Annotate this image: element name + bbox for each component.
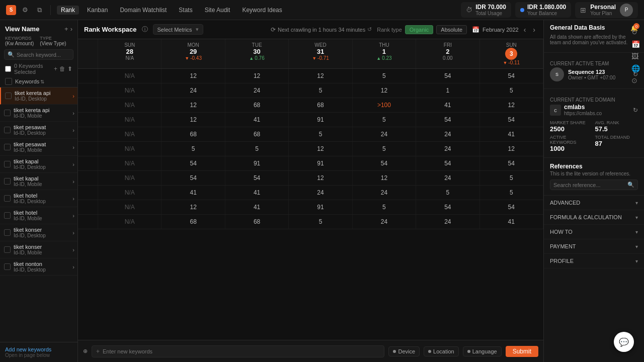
table-cell: N/A — [98, 127, 162, 141]
kw-item-tiket-hotel-desktop[interactable]: tiket hotel Id-ID, Desktop › — [0, 190, 77, 207]
keyword-search-input[interactable] — [17, 52, 70, 58]
kw-item-tiket-kapal-mobile[interactable]: tiket kapal Id-ID, Mobile › — [0, 173, 77, 190]
crawl-refresh-icon[interactable]: ↺ — [367, 26, 372, 33]
kw-name: tiket hotel — [14, 193, 72, 199]
nav-rank[interactable]: Rank — [57, 6, 79, 15]
table-row[interactable]: N/A549191545454 — [78, 156, 543, 171]
kw-arrow-icon[interactable]: › — [72, 264, 74, 270]
nav-site-audit[interactable]: Site Audit — [201, 6, 234, 15]
header-checkbox[interactable] — [5, 78, 12, 85]
kw-item-tiket-kereta-api-desktop[interactable]: tiket kereta api Id-ID, Desktop › — [0, 87, 77, 105]
nav-view-icon[interactable]: › — [70, 25, 72, 33]
kw-sub: Id-ID, Desktop — [14, 267, 72, 273]
export-kw-icon[interactable]: ⬆ — [67, 65, 72, 72]
kw-checkbox[interactable] — [4, 110, 11, 116]
kw-arrow-icon[interactable]: › — [72, 213, 74, 219]
kw-checkbox[interactable] — [4, 263, 11, 270]
accordion-profile-header[interactable]: PROFILE ▾ — [544, 254, 644, 268]
table-row[interactable]: N/A12419155454 — [78, 113, 543, 127]
table-row[interactable]: N/A12121255454 — [78, 69, 543, 83]
plus-icon[interactable]: ⊕ — [83, 348, 88, 354]
keyword-input[interactable] — [103, 348, 380, 354]
rank-organic-btn[interactable]: Organic — [405, 25, 434, 34]
reference-search[interactable]: 🔍 — [550, 179, 638, 190]
toggle-icon[interactable]: ⊙ — [630, 75, 641, 85]
device-option[interactable]: Device — [388, 346, 420, 356]
kw-checkbox[interactable] — [4, 144, 11, 150]
kw-arrow-icon[interactable]: › — [72, 93, 74, 99]
table-cell: 91 — [289, 200, 352, 214]
language-option[interactable]: Language — [463, 346, 502, 356]
table-row[interactable]: N/A68685242441 — [78, 215, 543, 229]
accordion-formula-header[interactable]: FORMULA & CALCULATION ▾ — [544, 210, 644, 224]
calendar-rp-icon[interactable]: 📅 — [630, 39, 641, 49]
prev-date-btn[interactable]: ‹ — [522, 25, 528, 35]
kw-item-tiket-hotel-mobile[interactable]: tiket hotel Id-ID, Mobile › — [0, 207, 77, 224]
kw-arrow-icon[interactable]: › — [72, 110, 74, 116]
table-row[interactable]: N/A126868>1004112 — [78, 98, 543, 113]
accordion-howto-header[interactable]: HOW TO ▾ — [544, 225, 644, 239]
kw-checkbox[interactable] — [4, 161, 11, 167]
table-cell: 54 — [353, 156, 416, 170]
sort-icon[interactable]: ⇅ — [40, 79, 44, 84]
table-row[interactable]: N/A551252412 — [78, 142, 543, 156]
kw-item-tiket-kereta-api-mobile[interactable]: tiket kereta api Id-ID, Mobile › — [0, 105, 77, 122]
accordion-payment-header[interactable]: PAYMENT ▾ — [544, 239, 644, 253]
nav-stats[interactable]: Stats — [175, 6, 196, 15]
add-kw-icon[interactable]: + — [54, 65, 57, 72]
nav-kanban[interactable]: Kanban — [83, 6, 112, 15]
kw-arrow-icon[interactable]: › — [72, 230, 74, 236]
kw-checkbox[interactable] — [4, 178, 11, 185]
kw-arrow-icon[interactable]: › — [72, 247, 74, 253]
domain-sync-icon[interactable]: ↻ — [633, 107, 638, 114]
rank-absolute-btn[interactable]: Absolute — [436, 25, 467, 34]
row-index-cell — [78, 127, 98, 141]
kw-checkbox[interactable] — [4, 127, 11, 133]
table-row[interactable]: N/A242451215 — [78, 83, 543, 98]
kw-checkbox[interactable] — [4, 229, 11, 236]
accordion-advanced-header[interactable]: ADVANCED ▾ — [544, 196, 644, 210]
kw-arrow-icon[interactable]: › — [72, 127, 74, 133]
nav-domain-watchlist[interactable]: Domain Watchlist — [116, 6, 171, 15]
kw-item-tiket-konser-mobile[interactable]: tiket konser Id-ID, Mobile › — [0, 241, 77, 258]
kw-arrow-icon[interactable]: › — [72, 144, 74, 150]
nav-keyword-ideas[interactable]: Keyword Ideas — [238, 6, 286, 15]
row-index-cell — [78, 171, 98, 185]
kw-arrow-icon[interactable]: › — [72, 178, 74, 185]
sync-icon[interactable]: ↻ — [630, 27, 641, 37]
location-option[interactable]: Location — [424, 346, 459, 356]
metrics-select[interactable]: Select Metrics ▾ — [153, 24, 203, 35]
kw-item-tiket-pesawat-mobile[interactable]: tiket pesawat Id-ID, Mobile › — [0, 139, 77, 156]
add-keywords-link[interactable]: Add new keywords — [5, 346, 72, 352]
kw-checkbox[interactable] — [5, 93, 12, 99]
chat-fab[interactable]: 💬 — [614, 332, 634, 352]
row-index-cell — [78, 200, 98, 214]
kw-sub: Id-ID, Desktop — [14, 164, 72, 170]
camera-icon[interactable]: ⧉ — [34, 5, 44, 15]
kw-checkbox[interactable] — [4, 246, 11, 253]
kw-checkbox[interactable] — [4, 195, 11, 202]
kw-item-tiket-kapal-desktop[interactable]: tiket kapal Id-ID, Desktop › — [0, 156, 77, 173]
workspace-info-icon[interactable]: ⓘ — [142, 25, 148, 34]
table-row[interactable]: N/A12419155454 — [78, 200, 543, 215]
globe-icon[interactable]: 🌐 — [630, 63, 641, 73]
kw-item-tiket-pesawat-desktop[interactable]: tiket pesawat Id-ID, Desktop › — [0, 122, 77, 139]
submit-button[interactable]: Submit — [506, 346, 538, 357]
kw-item-tiket-nonton-desktop[interactable]: tiket nonton Id-ID, Desktop › — [0, 258, 77, 276]
kw-arrow-icon[interactable]: › — [72, 161, 74, 167]
add-view-icon[interactable]: + — [64, 25, 68, 33]
kw-item-tiket-konser-desktop[interactable]: tiket konser Id-ID, Desktop › — [0, 224, 77, 241]
table-cell: N/A — [98, 156, 162, 170]
kw-checkbox[interactable] — [4, 212, 11, 219]
reference-search-input[interactable] — [553, 182, 625, 188]
next-date-btn[interactable]: › — [531, 25, 537, 35]
keyword-search-box[interactable]: 🔍 — [4, 49, 73, 60]
table-row[interactable]: N/A4141242455 — [78, 186, 543, 200]
table-row[interactable]: N/A68685242441 — [78, 127, 543, 142]
settings-icon[interactable]: ⚙ — [20, 5, 30, 15]
kw-arrow-icon[interactable]: › — [72, 196, 74, 202]
delete-kw-icon[interactable]: 🗑 — [59, 65, 65, 72]
image-icon[interactable]: 🖼 — [630, 51, 641, 61]
select-all-checkbox[interactable] — [5, 66, 11, 72]
table-row[interactable]: N/A54541212245 — [78, 171, 543, 186]
